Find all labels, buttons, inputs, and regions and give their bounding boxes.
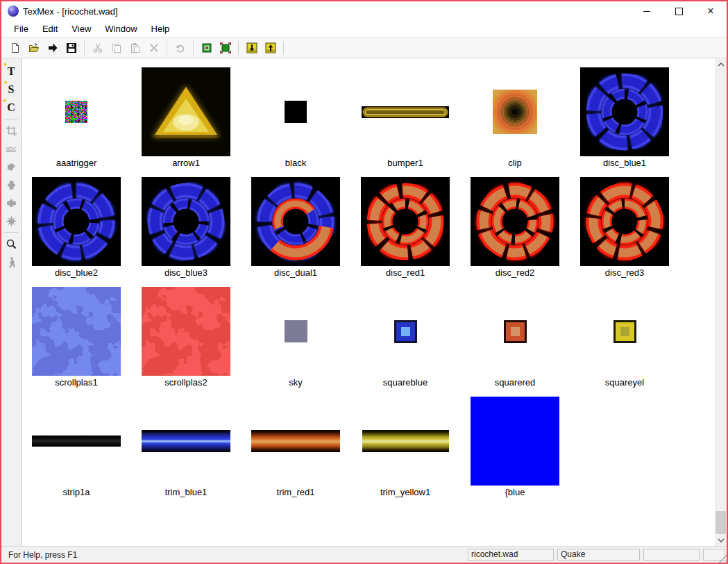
- open-file-button[interactable]: [25, 39, 42, 56]
- new-file-icon: [10, 42, 21, 53]
- chevron-down-icon: [718, 538, 725, 542]
- texture-image: [350, 58, 460, 158]
- texture-label: black: [285, 158, 306, 168]
- texture-item[interactable]: disc_dual1: [241, 168, 350, 278]
- texture-item[interactable]: squarered: [460, 278, 570, 388]
- menu-bar: File Edit View Window Help: [1, 21, 727, 38]
- tool-zoom[interactable]: [3, 235, 19, 253]
- freeform-shape-icon: [6, 161, 17, 173]
- delete-button[interactable]: [145, 39, 162, 56]
- extract-down-button[interactable]: [243, 39, 260, 56]
- texture-item[interactable]: disc_red1: [350, 168, 460, 278]
- menu-window[interactable]: Window: [98, 22, 144, 35]
- texture-item[interactable]: {blue: [460, 388, 570, 497]
- texture-label: bumper1: [387, 158, 423, 168]
- spark-icon: ✦: [3, 62, 8, 68]
- texture-item[interactable]: scrollplas1: [22, 278, 131, 388]
- texture-item[interactable]: scrollplas2: [131, 278, 241, 388]
- texture-image: [350, 278, 460, 378]
- texture-image: [131, 278, 241, 378]
- texture-item[interactable]: sky: [241, 278, 350, 388]
- scrollbar-track[interactable]: [715, 70, 727, 534]
- new-file-button[interactable]: [6, 39, 24, 56]
- green-mark-icon: [201, 42, 212, 53]
- texture-label: squareyel: [605, 378, 644, 388]
- paste-button[interactable]: [126, 39, 144, 56]
- texture-item[interactable]: trim_blue1: [131, 388, 241, 497]
- view-mark-button[interactable]: [198, 39, 215, 56]
- texture-label: {blue: [505, 488, 525, 497]
- tool-letter-s[interactable]: S✦: [3, 81, 19, 99]
- star-burst-icon: [6, 215, 17, 227]
- spark-icon: ✦: [2, 98, 8, 104]
- texture-item[interactable]: squareyel: [570, 278, 679, 388]
- magnifier-icon: [6, 238, 17, 250]
- texture-item[interactable]: disc_red2: [460, 168, 570, 278]
- menu-view[interactable]: View: [65, 22, 98, 35]
- scroll-up-button[interactable]: [715, 58, 727, 70]
- tool-star[interactable]: [3, 212, 19, 230]
- texture-label: clip: [508, 158, 522, 168]
- texture-label: disc_blue2: [55, 268, 98, 278]
- save-button[interactable]: [62, 39, 80, 56]
- tool-horizontal-capsule[interactable]: [3, 194, 19, 212]
- tool-crop[interactable]: [3, 122, 19, 140]
- status-wad-name: ricochet.wad: [468, 549, 554, 561]
- yellow-arrow-down-icon: [246, 42, 257, 53]
- texture-item[interactable]: trim_red1: [241, 388, 350, 497]
- tool-vertical-capsule[interactable]: [3, 176, 19, 194]
- tool-letter-c[interactable]: C✦: [3, 99, 19, 117]
- insert-up-button[interactable]: [262, 39, 279, 56]
- texture-item[interactable]: squareblue: [350, 278, 460, 388]
- texture-label: disc_blue1: [603, 158, 646, 168]
- chevron-up-icon: [718, 63, 725, 67]
- texture-item[interactable]: bumper1: [350, 58, 460, 168]
- texture-item[interactable]: strip1a: [22, 388, 131, 497]
- toolbar-separator: [283, 41, 284, 55]
- maximize-icon: [675, 8, 683, 15]
- menu-help[interactable]: Help: [144, 22, 177, 35]
- texture-item[interactable]: black: [241, 58, 350, 168]
- undo-button[interactable]: [171, 39, 189, 56]
- toolbar-separator: [238, 41, 239, 55]
- copy-button[interactable]: [108, 39, 125, 56]
- cut-button[interactable]: [89, 39, 106, 56]
- delete-x-icon: [149, 42, 160, 53]
- scroll-down-button[interactable]: [715, 534, 727, 546]
- close-button[interactable]: ×: [695, 1, 727, 21]
- texture-label: aaatrigger: [56, 158, 97, 168]
- menu-edit[interactable]: Edit: [35, 22, 65, 35]
- texture-item[interactable]: disc_blue1: [570, 58, 679, 168]
- scrollbar-thumb[interactable]: [716, 511, 726, 534]
- texture-item[interactable]: disc_red3: [570, 168, 679, 278]
- copy-icon: [111, 42, 122, 53]
- view-select-button[interactable]: [217, 39, 234, 56]
- status-help-text: For Help, press F1: [1, 550, 468, 560]
- maximize-button[interactable]: [663, 1, 695, 21]
- app-icon[interactable]: [8, 6, 19, 17]
- vertical-scrollbar[interactable]: [715, 58, 727, 546]
- texture-image: [460, 168, 570, 268]
- texture-label: squarered: [495, 378, 536, 388]
- texture-label: arrow1: [172, 158, 200, 168]
- tool-walker[interactable]: [3, 253, 19, 271]
- minimize-button[interactable]: [631, 1, 663, 21]
- window-title: TexMex - [ricochet.wad]: [23, 6, 118, 17]
- texture-item[interactable]: trim_yellow1: [350, 388, 460, 497]
- toolbar-separator: [84, 41, 85, 55]
- texture-label: scrollplas1: [55, 378, 97, 388]
- tool-text[interactable]: abc: [3, 140, 19, 158]
- texture-image: [460, 58, 570, 158]
- walker-icon: [6, 256, 17, 268]
- import-button[interactable]: [44, 39, 61, 56]
- texture-item[interactable]: aaatrigger: [22, 58, 131, 168]
- texture-label: strip1a: [62, 488, 90, 497]
- texture-item[interactable]: clip: [460, 58, 570, 168]
- texture-item[interactable]: arrow1: [131, 58, 241, 168]
- texture-item[interactable]: disc_blue3: [131, 168, 241, 278]
- texture-label: trim_red1: [277, 488, 315, 497]
- menu-file[interactable]: File: [7, 22, 35, 35]
- tool-freeform[interactable]: [3, 158, 19, 176]
- texture-item[interactable]: disc_blue2: [22, 168, 131, 278]
- tool-letter-t[interactable]: T✦: [3, 63, 19, 81]
